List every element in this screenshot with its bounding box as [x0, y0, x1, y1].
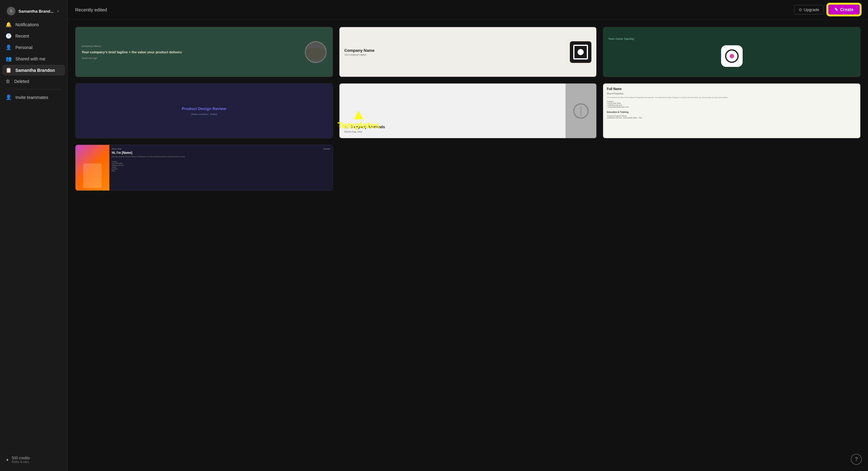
- upgrade-icon: ⊙: [799, 7, 802, 12]
- trash-icon: 🗑: [5, 79, 10, 84]
- card-thumbnail: Company Name Your company's tagline: [339, 27, 597, 77]
- portfolio-portfolio-label: Portfolio: [323, 148, 330, 150]
- upgrade-label: Upgrade: [804, 7, 819, 12]
- templates-grid: [Company Name] Your company's brief tagl…: [75, 27, 861, 191]
- sidebar-item-label: Recent: [16, 34, 29, 38]
- sidebar-item-personal[interactable]: 👤 Personal: [2, 42, 65, 53]
- template-card-fundraising[interactable]: [Company Name] Your company's brief tagl…: [75, 27, 333, 77]
- sidebar-item-notifications[interactable]: 🔔 Notifications: [2, 19, 65, 30]
- credits-info: 500 credits Refer & earn: [12, 456, 30, 464]
- sidebar-nav: 🔔 Notifications 🕐 Recent 👤 Personal 👥 Sh…: [0, 19, 67, 453]
- card-info: [Template] Cross-functional Team Stand..…: [603, 77, 860, 77]
- section-title: Recently edited: [75, 7, 107, 12]
- user-name: Samantha Brand...: [19, 9, 54, 13]
- create-button[interactable]: ✎ Create: [827, 4, 861, 16]
- page-header: Recently edited ⊙ Upgrade ✎ Create Start…: [68, 0, 868, 20]
- logo-box: [570, 41, 591, 63]
- portfolio-intro: Introduce yourself and your skills in 2-…: [112, 156, 330, 158]
- header-actions: ⊙ Upgrade ✎ Create Start here: [794, 4, 861, 16]
- review-subtitle: [Team member] · [Date]: [191, 113, 217, 116]
- sidebar-item-label: Notifications: [16, 22, 39, 27]
- card-thumbnail: Team Name Standup: [603, 27, 860, 77]
- freelancer-training: Training Program NameCertificate Earned …: [607, 115, 857, 119]
- card-info: [Template] Sales Pitch Samantha Brandon …: [339, 77, 597, 77]
- card-thumbnail: Product Design Review [Team member] · [D…: [75, 84, 333, 138]
- allhands-left: 🙌 Company All-Hands Month Day, Year: [339, 84, 566, 138]
- portfolio-greeting: Hi, I'm [Name]: [112, 151, 330, 154]
- sidebar-item-label: Deleted: [14, 79, 29, 84]
- logo-inner: [725, 49, 739, 63]
- sidebar-divider: [6, 89, 61, 89]
- bell-icon: 🔔: [5, 22, 12, 27]
- tagline: Your company's tagline: [344, 54, 375, 56]
- review-title: Product Design Review: [182, 106, 226, 111]
- template-card-portfolio[interactable]: Name, Role Portfolio Hi, I'm [Name] Intr…: [75, 145, 333, 191]
- main-content: Recently edited ⊙ Upgrade ✎ Create Start…: [68, 0, 868, 471]
- create-button-wrapper: ✎ Create Start here: [827, 4, 861, 16]
- sidebar-item-label: Personal: [16, 45, 32, 50]
- card-info: [Template] Company All-Hands Samantha Br…: [339, 138, 597, 139]
- card-thumbnail: Full Name Area of Expertise A 2-3 senten…: [603, 84, 860, 138]
- board-icon: 📋: [5, 67, 12, 73]
- portfolio-contact: Contact(123) 456-7890hello@email.comTwit…: [112, 160, 330, 172]
- company-name: Company Name: [344, 48, 375, 53]
- allhands-date: Month Day, Year: [344, 130, 561, 133]
- star-icon: ✦: [5, 458, 9, 462]
- freelancer-expertise: Area of Expertise: [607, 92, 857, 95]
- avatar-initial: S: [10, 9, 12, 13]
- card-thumbnail: 🙌 Company All-Hands Month Day, Year: [339, 84, 597, 138]
- avatar: S: [7, 7, 16, 16]
- thumb-text: Company Name Your company's tagline: [344, 48, 375, 56]
- sidebar-item-samantha[interactable]: 📋 Samantha Brandon: [2, 65, 65, 76]
- upgrade-button[interactable]: ⊙ Upgrade: [794, 5, 824, 14]
- add-person-icon: 👤: [5, 94, 12, 100]
- create-label: Create: [840, 7, 854, 12]
- credits-amount: 500 credits: [12, 456, 30, 460]
- visual-logo-label: Visual Your logo: [82, 57, 182, 59]
- portfolio-text: Name, Role Portfolio Hi, I'm [Name] Intr…: [110, 145, 333, 190]
- create-icon: ✎: [834, 7, 838, 12]
- card-thumbnail: [Company Name] Your company's brief tagl…: [75, 27, 333, 77]
- logo-inner: [573, 45, 588, 59]
- template-card-product-design[interactable]: Product Design Review [Team member] · [D…: [75, 83, 333, 139]
- template-card-sales-pitch[interactable]: Company Name Your company's tagline [Tem…: [339, 27, 597, 77]
- card-info: [Template] Freelancer/Contractor About .…: [603, 138, 860, 139]
- standup-title: Team Name Standup: [603, 37, 634, 40]
- sidebar-item-label: Invite teammates: [16, 95, 49, 100]
- template-card-allhands[interactable]: 🙌 Company All-Hands Month Day, Year [Tem…: [339, 83, 597, 139]
- template-card-crossfunctional[interactable]: Team Name Standup [Template] Cross-funct…: [603, 27, 861, 77]
- peace-icon: [573, 103, 589, 119]
- freelancer-bio: A 2-3 sentence overview of the freelance…: [607, 96, 857, 99]
- freelancer-education: Education & Training: [607, 111, 857, 113]
- person-icon: 👤: [5, 45, 12, 50]
- portfolio-person-graphic: [83, 164, 102, 188]
- allhands-right: [565, 84, 596, 138]
- credits-sub: Refer & earn: [12, 460, 30, 464]
- card-info: [Template] Fundraising - Series A Samant…: [75, 77, 333, 77]
- portfolio-name-label: Name, Role: [112, 148, 122, 150]
- sidebar-item-deleted[interactable]: 🗑 Deleted: [2, 76, 65, 87]
- tagline-text: Your company's brief tagline + the value…: [82, 50, 182, 55]
- thumb-text: [Company Name] Your company's brief tagl…: [82, 45, 182, 59]
- freelancer-name: Full Name: [607, 87, 857, 91]
- card-info: [Template] Product Design Review Samanth…: [75, 138, 333, 139]
- card-thumbnail: Name, Role Portfolio Hi, I'm [Name] Intr…: [75, 145, 333, 190]
- user-menu[interactable]: S Samantha Brand... ▾: [2, 4, 65, 18]
- sidebar-item-invite[interactable]: 👤 Invite teammates: [2, 92, 65, 102]
- logo-dot: [730, 54, 734, 58]
- people-icon: 👥: [5, 56, 12, 62]
- sidebar-item-label: Shared with me: [16, 56, 45, 61]
- template-card-freelancer[interactable]: Full Name Area of Expertise A 2-3 senten…: [603, 83, 861, 139]
- sidebar: S Samantha Brand... ▾ 🔔 Notifications 🕐 …: [0, 0, 68, 471]
- clock-icon: 🕐: [5, 33, 12, 39]
- credits-section[interactable]: ✦ 500 credits Refer & earn: [0, 453, 67, 468]
- sidebar-item-shared[interactable]: 👥 Shared with me: [2, 53, 65, 64]
- sidebar-item-label: Samantha Brandon: [16, 68, 55, 73]
- portfolio-image: [75, 145, 110, 190]
- chevron-down-icon: ▾: [57, 9, 59, 13]
- help-button[interactable]: ?: [851, 454, 862, 465]
- content-area: [Company Name] Your company's brief tagl…: [68, 20, 868, 471]
- logo-graphic: [721, 45, 743, 67]
- help-icon: ?: [855, 457, 858, 462]
- sidebar-item-recent[interactable]: 🕐 Recent: [2, 31, 65, 41]
